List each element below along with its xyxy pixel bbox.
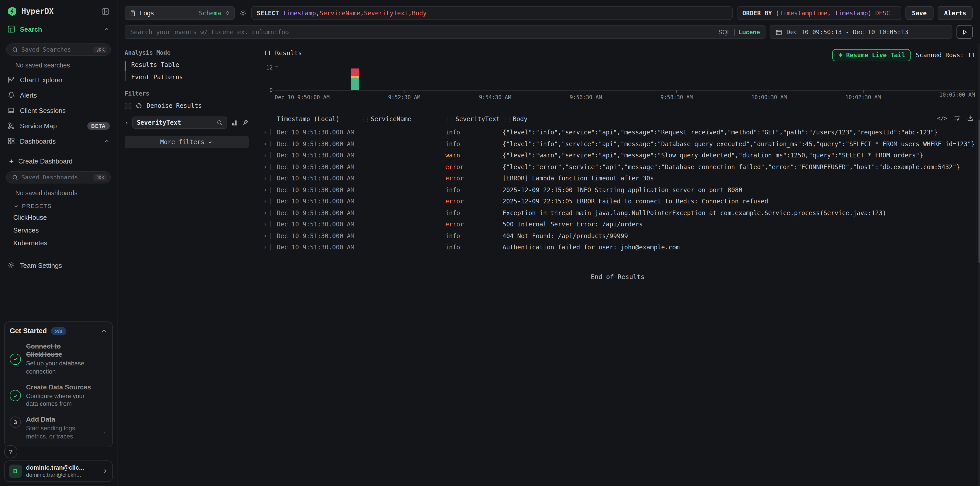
column-header-body[interactable]: ⋮⋮Body: [503, 115, 975, 123]
arrow-right-icon: →: [99, 427, 106, 435]
collapse-sidebar-icon[interactable]: [101, 7, 110, 16]
row-expand-chevron[interactable]: ›: [264, 221, 267, 228]
facet-chart-icon[interactable]: [231, 119, 238, 126]
saved-dashboards-input[interactable]: ⌘K: [6, 171, 111, 183]
preset-services[interactable]: Services: [0, 224, 117, 237]
row-expand-chevron[interactable]: ›: [264, 233, 267, 240]
sidebar-item-client-sessions[interactable]: Client Sessions: [0, 103, 117, 118]
row-expand-chevron[interactable]: ›: [264, 175, 267, 182]
denoise-checkbox[interactable]: [125, 102, 131, 109]
table-row[interactable]: › Dec 10 9:51:30.000 AM error {"level":"…: [264, 161, 975, 173]
scanned-rows: Scanned Rows: 11: [916, 52, 975, 59]
row-expand-chevron[interactable]: ›: [264, 152, 267, 159]
scrollbar-thumb[interactable]: [978, 120, 980, 263]
table-row[interactable]: › Dec 10 9:51:30.000 AM info Exception i…: [264, 207, 975, 219]
get-started-item-title: Connect to ClickHouse: [26, 343, 62, 359]
search-icon: [12, 174, 18, 181]
drag-handle-icon[interactable]: ⋮⋮: [445, 116, 453, 122]
download-icon[interactable]: [967, 115, 974, 122]
table-row[interactable]: › Dec 10 9:51:30.000 AM error [ERROR] La…: [264, 173, 975, 184]
mode-event-patterns[interactable]: Event Patterns: [131, 73, 183, 81]
presets-toggle[interactable]: PRESETS: [0, 200, 117, 211]
sidebar-item-dashboards[interactable]: Dashboards: [0, 133, 117, 149]
pin-icon[interactable]: [242, 119, 249, 126]
saved-searches-field[interactable]: [21, 46, 91, 53]
cell-timestamp: Dec 10 9:51:30.000 AM: [277, 129, 361, 136]
scrollbar-track[interactable]: [978, 43, 980, 486]
source-select[interactable]: Logs Schema: [125, 6, 235, 20]
lucene-mode-toggle[interactable]: Lucene: [738, 29, 760, 35]
alerts-button[interactable]: Alerts: [937, 6, 973, 20]
user-menu[interactable]: D dominic.tran@clic... dominic.tran@clic…: [4, 461, 113, 482]
save-button[interactable]: Save: [905, 6, 933, 20]
row-divider: [270, 129, 270, 136]
view-source-icon[interactable]: </>: [937, 115, 947, 121]
wrap-lines-icon[interactable]: [953, 115, 961, 122]
get-started-item-sources[interactable]: Create Data Sources Configure where your…: [10, 383, 107, 408]
sidebar-item-search[interactable]: Search: [0, 21, 117, 37]
drag-handle-icon[interactable]: ⋮⋮: [361, 116, 369, 122]
cell-body: Exception in thread main java.lang.NullP…: [503, 210, 975, 217]
event-search-input[interactable]: [130, 29, 718, 35]
denoise-label: Denoise Results: [146, 102, 202, 109]
column-header-timestamp[interactable]: Timestamp (Local): [277, 115, 361, 123]
facet-search-box[interactable]: SeverityText: [132, 116, 227, 129]
chevron-down-icon: [208, 139, 213, 145]
resume-live-tail-button[interactable]: Resume Live Tail: [832, 49, 911, 61]
row-expand-chevron[interactable]: ›: [264, 244, 267, 251]
row-expand-chevron[interactable]: ›: [264, 164, 267, 170]
get-started-item-add-data[interactable]: 3 Add Data Start sending logs, metrics, …: [10, 416, 107, 441]
facet-expand-chevron[interactable]: ›: [125, 119, 129, 126]
preset-kubernetes[interactable]: Kubernetes: [0, 237, 117, 249]
event-search-box[interactable]: SQL | Lucene: [125, 25, 765, 39]
get-started-item-desc: Start sending logs, metrics, or traces: [26, 425, 94, 440]
more-filters-button[interactable]: More filters: [125, 136, 249, 148]
get-started-item-connect[interactable]: Connect to ClickHouse Set up your databa…: [10, 343, 107, 376]
table-row[interactable]: › Dec 10 9:51:30.000 AM warn {"level":"w…: [264, 150, 975, 161]
sql-mode-toggle[interactable]: SQL: [718, 29, 730, 35]
table-row[interactable]: › Dec 10 9:51:30.000 AM error 500 Intern…: [264, 219, 975, 230]
get-started-header[interactable]: Get Started 2/3: [10, 327, 107, 335]
chart-plot-area[interactable]: [275, 67, 975, 91]
table-row[interactable]: › Dec 10 9:51:30.000 AM info {"level":"i…: [264, 127, 975, 138]
sidebar-item-team-settings[interactable]: Team Settings: [0, 258, 117, 273]
order-by-input[interactable]: ORDER BY (TimestampTime, Timestamp) DESC: [737, 6, 901, 20]
preset-clickhouse[interactable]: ClickHouse: [0, 211, 117, 224]
table-row[interactable]: › Dec 10 9:51:30.000 AM info Authenticat…: [264, 242, 975, 253]
source-settings-gear-icon[interactable]: [239, 9, 247, 17]
cell-body: 404 Not Found: /api/products/99999: [503, 233, 975, 240]
row-expand-chevron[interactable]: ›: [264, 140, 267, 148]
sidebar-item-alerts[interactable]: Alerts: [0, 88, 117, 103]
column-header-severitytext[interactable]: ⋮⋮SeverityText: [445, 115, 503, 123]
create-dashboard-button[interactable]: + Create Dashboard: [0, 153, 117, 169]
date-range-picker[interactable]: Dec 10 09:50:13 - Dec 10 10:05:13: [770, 25, 953, 39]
table-row[interactable]: › Dec 10 9:51:30.000 AM info {"level":"i…: [264, 138, 975, 150]
mode-results-table[interactable]: Results Table: [131, 61, 183, 69]
histogram-stacked-bar[interactable]: [351, 69, 359, 90]
column-header-servicename[interactable]: ⋮⋮ServiceName: [361, 115, 445, 123]
table-row[interactable]: › Dec 10 9:51:30.000 AM error 2025-12-09…: [264, 196, 975, 207]
sidebar: HyperDX Search ⌘K No saved searches Char…: [0, 0, 118, 486]
help-button[interactable]: ?: [4, 445, 18, 459]
row-expand-chevron[interactable]: ›: [264, 210, 267, 217]
table-row[interactable]: › Dec 10 9:51:30.000 AM info 404 Not Fou…: [264, 230, 975, 242]
saved-dashboards-field[interactable]: [21, 174, 91, 181]
x-axis-tick-label: 10:00:30 AM: [751, 91, 787, 100]
row-expand-chevron[interactable]: ›: [264, 129, 267, 136]
denoise-results-toggle[interactable]: Denoise Results: [125, 102, 249, 109]
saved-searches-input[interactable]: ⌘K: [6, 43, 111, 56]
cell-body: [ERROR] Lambda function timeout after 30…: [503, 175, 975, 182]
row-expand-chevron[interactable]: ›: [264, 198, 267, 205]
row-expand-chevron[interactable]: ›: [264, 186, 267, 194]
run-query-button[interactable]: [956, 25, 973, 39]
cell-body: 500 Internal Server Error: /api/orders: [503, 221, 975, 228]
select-clause-input[interactable]: SELECT Timestamp,ServiceName,SeverityTex…: [251, 6, 733, 20]
sidebar-bottom: Get Started 2/3 Connect to ClickHouse Se…: [0, 317, 117, 486]
filters-label: Filters: [125, 90, 249, 97]
table-row[interactable]: › Dec 10 9:51:30.000 AM info 2025-12-09 …: [264, 184, 975, 196]
mode-indicator: [125, 61, 126, 81]
sidebar-item-chart-explorer[interactable]: Chart Explorer: [0, 72, 117, 88]
drag-handle-icon[interactable]: ⋮⋮: [503, 116, 511, 122]
y-axis-min-label: 0: [269, 87, 273, 93]
sidebar-item-service-map[interactable]: Service Map BETA: [0, 118, 117, 133]
